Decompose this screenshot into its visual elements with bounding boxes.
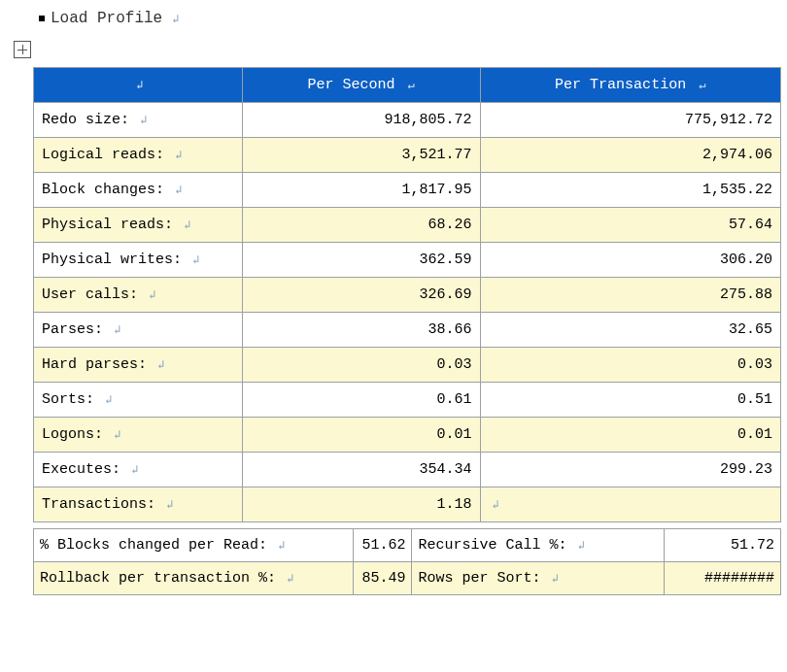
- metric-label-cell: Logical reads: ↲: [34, 138, 243, 173]
- paragraph-mark-icon: ↲: [544, 572, 558, 586]
- paragraph-mark-icon: ↲: [133, 114, 147, 127]
- per-transaction-value: 0.51: [737, 391, 772, 408]
- metric-label: Logons:: [42, 426, 103, 443]
- summary-label-2: Recursive Call %:: [418, 537, 566, 554]
- table-row: Transactions: ↲1.18↲: [34, 487, 781, 522]
- summary-label-1-cell: Rollback per transaction %: ↲: [34, 562, 354, 595]
- metric-label: Block changes:: [42, 182, 164, 198]
- summary-value-2: 51.72: [731, 537, 774, 554]
- bullet-icon: [39, 16, 45, 21]
- per-transaction-cell: 0.51: [480, 383, 781, 418]
- header-per-transaction-text: Per Transaction: [555, 77, 686, 93]
- summary-label-2: Rows per Sort:: [418, 570, 540, 587]
- per-transaction-cell: 32.65: [480, 313, 781, 348]
- paragraph-mark-icon: ↲: [186, 253, 199, 267]
- paragraph-mark-icon: ↲: [124, 463, 138, 477]
- per-second-value: 0.61: [436, 391, 471, 408]
- per-transaction-value: 775,912.72: [685, 112, 772, 128]
- page-root: Load Profile ↲ ↲ Per Second ↵ Per Transa…: [0, 0, 787, 605]
- metric-label: Transactions:: [42, 496, 155, 513]
- per-transaction-cell: 0.03: [480, 348, 781, 383]
- per-transaction-value: 1,535.22: [702, 182, 772, 198]
- paragraph-mark-icon: ↲: [151, 358, 164, 372]
- paragraph-mark-icon: ↲: [98, 393, 112, 407]
- table-row: Redo size: ↲918,805.72775,912.72: [34, 103, 781, 138]
- paragraph-mark-icon: ↲: [142, 288, 155, 302]
- per-transaction-cell: ↲: [480, 487, 781, 522]
- paragraph-mark-icon: ↲: [136, 79, 143, 92]
- per-transaction-value: 306.20: [720, 252, 772, 268]
- per-transaction-cell: 275.88: [480, 278, 781, 313]
- load-profile-table-body: Redo size: ↲918,805.72775,912.72Logical …: [34, 103, 781, 522]
- summary-table: % Blocks changed per Read: ↲51.62Recursi…: [33, 528, 781, 595]
- summary-value-1: 85.49: [361, 570, 405, 587]
- metric-label-cell: User calls: ↲: [34, 278, 243, 313]
- per-second-value: 354.34: [419, 461, 471, 478]
- table-row: Hard parses: ↲0.030.03: [34, 348, 781, 383]
- summary-label-1: Rollback per transaction %:: [40, 570, 276, 587]
- paragraph-mark-icon: ↲: [168, 184, 182, 197]
- per-transaction-value: 57.64: [729, 217, 772, 233]
- metric-label-cell: Logons: ↲: [34, 418, 243, 453]
- paragraph-mark-icon: ↲: [271, 539, 285, 553]
- per-transaction-value: 299.23: [720, 461, 772, 478]
- metric-label: Executes:: [42, 461, 120, 478]
- per-transaction-value: 0.03: [737, 356, 772, 373]
- paragraph-mark-icon: ↲: [107, 323, 120, 337]
- table-row: Physical reads: ↲68.2657.64: [34, 208, 781, 243]
- summary-value-1-cell: 85.49: [354, 562, 412, 595]
- per-transaction-cell: 0.01: [480, 418, 781, 453]
- metric-label: Hard parses:: [42, 356, 147, 373]
- paragraph-mark-icon: ↲: [493, 498, 499, 512]
- summary-value-1: 51.62: [361, 537, 405, 554]
- summary-table-body: % Blocks changed per Read: ↲51.62Recursi…: [34, 529, 781, 595]
- per-second-value: 38.66: [428, 321, 471, 338]
- per-transaction-cell: 57.64: [480, 208, 781, 243]
- summary-value-2: ########: [704, 570, 774, 587]
- per-second-value: 68.26: [428, 217, 471, 233]
- per-transaction-cell: 2,974.06: [480, 138, 781, 173]
- per-second-value: 1.18: [436, 496, 471, 513]
- per-second-cell: 918,805.72: [242, 103, 480, 138]
- summary-label-2-cell: Recursive Call %: ↲: [412, 529, 665, 562]
- table-row: Executes: ↲354.34299.23: [34, 453, 781, 487]
- heading-text: Load Profile: [51, 10, 162, 27]
- table-row: Sorts: ↲0.610.51: [34, 383, 781, 418]
- header-per-transaction: Per Transaction ↵: [480, 68, 781, 103]
- table-move-handle-icon[interactable]: [14, 41, 31, 58]
- metric-label: Logical reads:: [42, 147, 164, 163]
- metric-label: Parses:: [42, 321, 103, 338]
- table-row: User calls: ↲326.69275.88: [34, 278, 781, 313]
- per-second-cell: 1.18: [242, 487, 480, 522]
- metric-label-cell: Redo size: ↲: [34, 103, 243, 138]
- per-second-cell: 0.03: [242, 348, 480, 383]
- summary-value-1-cell: 51.62: [354, 529, 412, 562]
- per-second-value: 3,521.77: [401, 147, 471, 163]
- section-heading: Load Profile ↲: [39, 10, 777, 27]
- per-second-cell: 0.61: [242, 383, 480, 418]
- paragraph-mark-icon: ↲: [280, 572, 293, 586]
- metric-label: User calls:: [42, 286, 138, 303]
- table-header-row: ↲ Per Second ↵ Per Transaction ↵: [34, 68, 781, 103]
- header-per-second-text: Per Second: [308, 77, 395, 93]
- paragraph-mark-icon: ↲: [159, 498, 173, 512]
- paragraph-mark-icon: ↲: [570, 539, 584, 553]
- table-row: Physical writes: ↲362.59306.20: [34, 243, 781, 278]
- per-second-cell: 38.66: [242, 313, 480, 348]
- metric-label: Sorts:: [42, 391, 94, 408]
- table-anchor-row: [14, 41, 777, 63]
- load-profile-table: ↲ Per Second ↵ Per Transaction ↵ Redo si…: [33, 67, 781, 522]
- metric-label-cell: Executes: ↲: [34, 453, 243, 487]
- summary-label-1-cell: % Blocks changed per Read: ↲: [34, 529, 354, 562]
- per-second-cell: 68.26: [242, 208, 480, 243]
- per-second-cell: 326.69: [242, 278, 480, 313]
- header-blank: ↲: [34, 68, 243, 103]
- per-transaction-cell: 1,535.22: [480, 173, 781, 208]
- paragraph-mark-icon: ↲: [177, 218, 190, 232]
- per-second-cell: 362.59: [242, 243, 480, 278]
- per-transaction-value: 2,974.06: [702, 147, 772, 163]
- header-per-second: Per Second ↵: [242, 68, 480, 103]
- table-row: Block changes: ↲1,817.951,535.22: [34, 173, 781, 208]
- per-second-value: 1,817.95: [401, 182, 471, 198]
- metric-label-cell: Transactions: ↲: [34, 487, 243, 522]
